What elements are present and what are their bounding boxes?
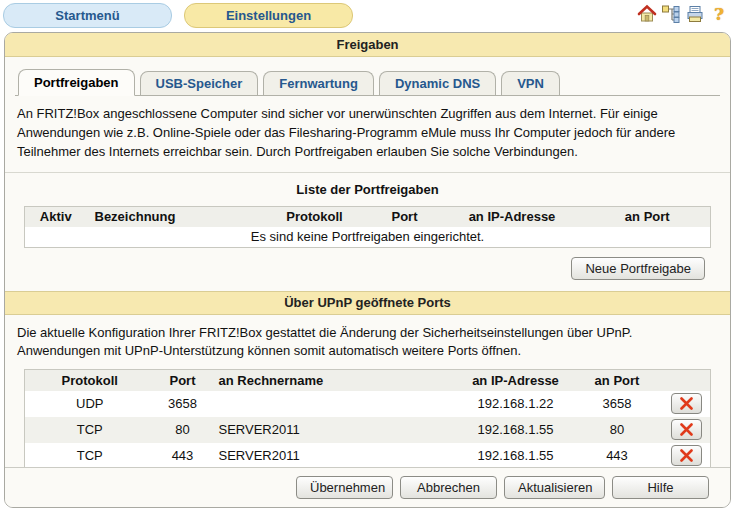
tab-portfreigaben[interactable]: Portfreigaben — [18, 69, 135, 96]
upnp-description-line1: Die aktuelle Konfiguration Ihrer FRITZ!B… — [17, 324, 718, 343]
intro-text: An FRITZ!Box angeschlossene Computer sin… — [17, 105, 718, 162]
upnp-row-3: TCP 443 SERVER2011 192.168.1.55 443 — [25, 443, 711, 469]
new-portfreigabe-button[interactable]: Neue Portfreigabe — [571, 257, 705, 280]
upnp-row-1: UDP 3658 192.168.1.22 3658 — [25, 391, 711, 417]
tab-usb-speicher[interactable]: USB-Speicher — [140, 71, 259, 95]
portlist-empty-text: Es sind keine Portfreigaben eingerichtet… — [25, 227, 711, 247]
nav-einstellungen-label: Einstellungen — [226, 8, 311, 23]
divider — [5, 172, 730, 173]
delete-x-icon — [679, 449, 694, 462]
upnp-description: Die aktuelle Konfiguration Ihrer FRITZ!B… — [17, 324, 718, 362]
upnp-heading-bar: Über UPnP geöffnete Ports — [5, 291, 730, 315]
hilfe-button[interactable]: Hilfe — [612, 476, 709, 499]
help-icon[interactable]: ? — [709, 4, 729, 24]
col-upnp-an-port: an Port — [571, 370, 664, 391]
home-icon[interactable] — [637, 4, 657, 24]
top-icon-bar: ? — [637, 4, 729, 24]
upnp-row3-hostname: SERVER2011 — [211, 443, 461, 469]
delete-upnp-row1-button[interactable] — [671, 393, 702, 414]
col-port: Port — [370, 206, 440, 227]
delete-upnp-row3-button[interactable] — [671, 445, 702, 466]
tab-strip: Portfreigaben USB-Speicher Fernwartung D… — [15, 69, 720, 96]
top-navigation: Startmenü Einstellungen — [3, 3, 353, 28]
col-upnp-delete — [664, 370, 711, 391]
portlist-empty-row: Es sind keine Portfreigaben eingerichtet… — [25, 227, 711, 247]
upnp-row3-ip: 192.168.1.55 — [461, 443, 571, 469]
upnp-heading: Über UPnP geöffnete Ports — [284, 295, 451, 310]
delete-upnp-row2-button[interactable] — [671, 419, 702, 440]
upnp-table: Protokoll Port an Rechnername an IP-Adre… — [24, 369, 711, 469]
upnp-row1-ip: 192.168.1.22 — [461, 391, 571, 417]
upnp-row2-to-port: 80 — [571, 417, 664, 443]
upnp-row3-protocol: TCP — [25, 443, 155, 469]
aktualisieren-button[interactable]: Aktualisieren — [504, 476, 605, 499]
delete-x-icon — [679, 397, 694, 410]
portlist-heading: Liste der Portfreigaben — [5, 182, 730, 197]
upnp-description-line2: Anwendungen mit UPnP-Unterstützung könne… — [17, 342, 718, 361]
nav-startmenu-button[interactable]: Startmenü — [3, 3, 172, 28]
page-title: Freigaben — [336, 37, 398, 52]
upnp-row-2: TCP 80 SERVER2011 192.168.1.55 80 — [25, 417, 711, 443]
nav-einstellungen-button[interactable]: Einstellungen — [184, 3, 353, 28]
upnp-row1-protocol: UDP — [25, 391, 155, 417]
upnp-row2-port: 80 — [155, 417, 211, 443]
nav-startmenu-label: Startmenü — [55, 8, 119, 23]
print-icon[interactable] — [685, 4, 705, 24]
portlist-header-row: Aktiv Bezeichnung Protokoll Port an IP-A… — [25, 206, 711, 227]
upnp-row1-to-port: 3658 — [571, 391, 664, 417]
upnp-row3-to-port: 443 — [571, 443, 664, 469]
upnp-row2-ip: 192.168.1.55 — [461, 417, 571, 443]
tab-dynamic-dns[interactable]: Dynamic DNS — [379, 71, 496, 95]
upnp-row2-protocol: TCP — [25, 417, 155, 443]
col-upnp-ip: an IP-Adresse — [461, 370, 571, 391]
upnp-row3-port: 443 — [155, 443, 211, 469]
tab-vpn[interactable]: VPN — [501, 71, 560, 95]
upnp-header-row: Protokoll Port an Rechnername an IP-Adre… — [25, 370, 711, 391]
help-glyph: ? — [714, 4, 724, 24]
upnp-row1-hostname — [211, 391, 461, 417]
col-an-port: an Port — [585, 206, 711, 227]
sitemap-icon[interactable] — [661, 4, 681, 24]
delete-x-icon — [679, 423, 694, 436]
col-upnp-protokoll: Protokoll — [25, 370, 155, 391]
col-bezeichnung: Bezeichnung — [87, 206, 260, 227]
col-an-ip: an IP-Adresse — [440, 206, 585, 227]
portlist-table: Aktiv Bezeichnung Protokoll Port an IP-A… — [24, 206, 711, 248]
uebernehmen-button[interactable]: Übernehmen — [296, 476, 393, 499]
col-upnp-rechnername: an Rechnername — [211, 370, 461, 391]
main-window: Freigaben Portfreigaben USB-Speicher Fer… — [4, 32, 731, 508]
col-protokoll: Protokoll — [260, 206, 370, 227]
upnp-row1-port: 3658 — [155, 391, 211, 417]
page-title-bar: Freigaben — [5, 33, 730, 57]
abbrechen-button[interactable]: Abbrechen — [400, 476, 497, 499]
tab-fernwartung[interactable]: Fernwartung — [263, 71, 374, 95]
footer-button-bar: Übernehmen Abbrechen Aktualisieren Hilfe — [5, 467, 730, 507]
col-upnp-port: Port — [155, 370, 211, 391]
upnp-row2-hostname: SERVER2011 — [211, 417, 461, 443]
col-aktiv: Aktiv — [25, 206, 87, 227]
